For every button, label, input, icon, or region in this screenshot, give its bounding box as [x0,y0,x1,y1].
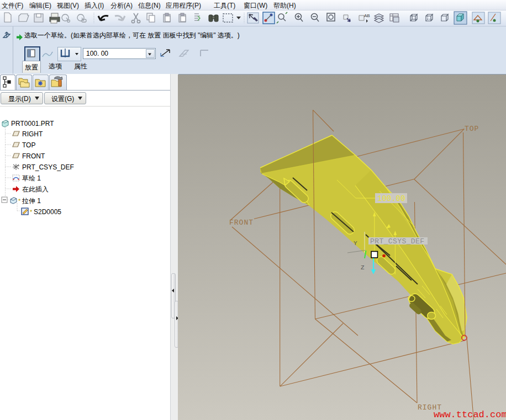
svg-text:PRT_CSYS_DEF: PRT_CSYS_DEF [22,163,74,171]
svg-text:www.ttcad.com: www.ttcad.com [434,410,506,420]
svg-text:TOP: TOP [465,125,479,133]
svg-text:Y: Y [354,240,357,247]
svg-text:*: * [30,209,33,215]
svg-text:FRONT: FRONT [22,152,45,160]
svg-text:TOP: TOP [22,141,35,149]
svg-text:RIGHT: RIGHT [22,130,43,138]
svg-text:Z: Z [361,264,365,271]
svg-text:*: * [18,198,21,204]
svg-text:100.00: 100.00 [377,194,405,203]
svg-text:拉伸 1: 拉伸 1 [22,197,41,205]
svg-text:在此插入: 在此插入 [22,185,49,193]
svg-text:PRT0001.PRT: PRT0001.PRT [11,120,54,127]
svg-text:S2D0005: S2D0005 [34,208,61,216]
svg-text:PRT_CSYS_DEF: PRT_CSYS_DEF [370,237,424,246]
svg-text:AB: AB [364,13,370,18]
svg-text:FRONT: FRONT [229,219,254,227]
svg-text:草绘 1: 草绘 1 [22,174,41,182]
